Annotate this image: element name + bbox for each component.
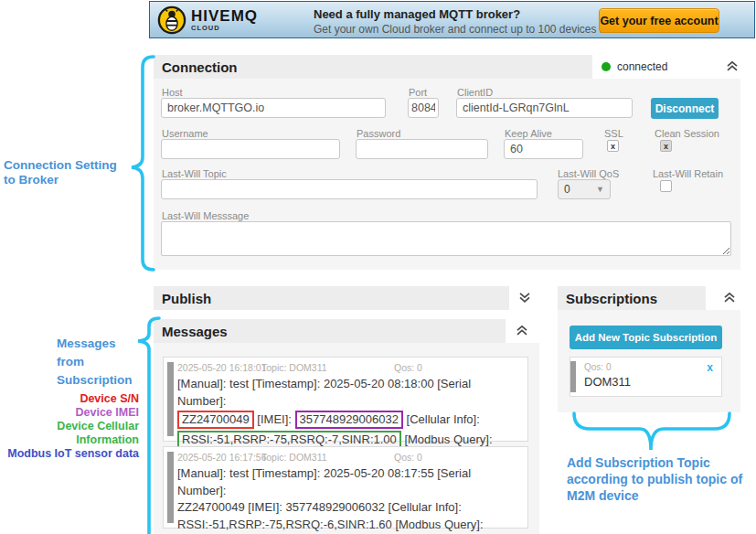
- password-input[interactable]: [356, 139, 488, 159]
- messages-title: Messages: [154, 324, 228, 339]
- lastwill-message-label: Last-Will Messsage: [162, 210, 249, 221]
- annotation-line: Add Subscription Topic: [567, 454, 756, 471]
- message-payload-line: ZZ24700049 [IMEI]: 357748929006032 [Cell…: [177, 410, 522, 430]
- payload-text: [Modbus Query]:: [401, 433, 493, 446]
- ssl-checkbox[interactable]: x: [607, 140, 619, 152]
- message-item: 2025-05-20 16:18:01 Topic: DOM311 Qos: 0…: [163, 357, 528, 442]
- dropdown-caret-icon: ▼: [596, 185, 604, 194]
- username-input[interactable]: [161, 139, 340, 159]
- keepalive-input[interactable]: [504, 139, 583, 159]
- connected-status-label: connected: [617, 60, 667, 73]
- host-input[interactable]: [161, 98, 386, 118]
- modbus-data-label: Modbus IoT sensor data: [2, 447, 139, 461]
- add-subscription-topic-annotation: Add Subscription Topic according to publ…: [567, 454, 756, 504]
- lastwill-message-textarea[interactable]: [161, 221, 731, 256]
- hivemq-ad-banner: HIVEMQ CLOUD Need a fully managed MQTT b…: [149, 1, 755, 38]
- port-label: Port: [409, 87, 427, 98]
- username-label: Username: [162, 128, 208, 139]
- message-qos: Qos: 0: [394, 452, 422, 463]
- messages-header-bar: Messages: [154, 319, 506, 343]
- connection-header-bar: Connection: [154, 55, 592, 79]
- connection-collapse-icon[interactable]: [725, 59, 740, 73]
- subscriptions-header: Subscriptions: [558, 286, 740, 310]
- banner-copy: Need a fully managed MQTT broker? Get yo…: [314, 7, 637, 36]
- publish-header-bar: Publish: [154, 286, 509, 310]
- host-label: Host: [162, 87, 183, 98]
- imei-highlight: 357748929006032: [295, 411, 403, 429]
- payload-text: RSSI:-51,RSRP:-75,RSRQ:-6,SINR:1.60: [177, 518, 392, 531]
- message-timestamp: 2025-05-20 16:18:01: [177, 362, 267, 373]
- banner-subheadline: Get your own Cloud broker and connect up…: [314, 23, 637, 36]
- hivemq-logo-subtitle: CLOUD: [191, 25, 258, 32]
- clean-session-label: Clean Session: [655, 128, 719, 139]
- subscriptions-collapse-icon[interactable]: [722, 290, 737, 304]
- connection-title: Connection: [154, 59, 238, 75]
- lastwill-qos-select[interactable]: 0 ▼: [558, 179, 611, 199]
- payload-text: [Modbus Query]:: [392, 518, 484, 531]
- hivemq-bee-logo-icon: [157, 5, 186, 35]
- connection-status: connected: [592, 55, 740, 79]
- payload-text: [Cellular Info]:: [385, 500, 462, 514]
- messages-collapse-icon[interactable]: [515, 323, 529, 337]
- messages-list: 2025-05-20 16:18:01 Topic: DOM311 Qos: 0…: [154, 343, 539, 534]
- message-payload-line: RSSI:-51,RSRP:-75,RSRQ:-6,SINR:1.60 [Mod…: [177, 517, 522, 534]
- subscription-topic: DOM311: [584, 375, 631, 389]
- lastwill-topic-input[interactable]: [161, 179, 538, 199]
- payload-text: 357748929006032: [286, 500, 385, 514]
- lastwill-retain-checkbox[interactable]: [660, 180, 672, 192]
- ssl-label: SSL: [604, 128, 623, 139]
- connected-status-dot: [602, 62, 611, 71]
- subscription-item: Qos: 0 x DOM311: [570, 357, 722, 397]
- hivemq-logotype: HIVEMQ CLOUD: [191, 8, 258, 32]
- payload-text: ZZ24700049: [177, 500, 245, 514]
- subscriptions-header-bar: Subscriptions: [558, 286, 706, 310]
- message-payload-line: ZZ24700049 [IMEI]: 357748929006032 [Cell…: [177, 499, 522, 517]
- payload-legend-annotation: Device S/N Device IMEI Device Cellular I…: [2, 392, 139, 461]
- message-meta: 2025-05-20 16:18:01 Topic: DOM311 Qos: 0: [164, 362, 527, 376]
- lastwill-qos-label: Last-Will QoS: [558, 168, 619, 179]
- subscription-accent-bar: [570, 361, 576, 392]
- message-meta: 2025-05-20 16:17:56 Topic: DOM311 Qos: 0: [164, 452, 527, 465]
- message-payload-line: [Manual]: test [Timestamp]: 2025-05-20 0…: [177, 465, 522, 499]
- device-cellular-label: Device Cellular Information: [2, 420, 139, 447]
- message-item: 2025-05-20 16:17:56 Topic: DOM311 Qos: 0…: [163, 446, 528, 529]
- annotation-line: Connection Setting: [4, 158, 117, 173]
- message-qos: Qos: 0: [394, 362, 422, 373]
- publish-expand-icon[interactable]: [517, 290, 532, 304]
- annotation-line: from: [57, 353, 133, 371]
- payload-text: [Manual]: test [Timestamp]: 2025-05-20 0…: [177, 377, 474, 408]
- clientid-label: ClientID: [457, 87, 493, 98]
- payload-text: [Manual]: test [Timestamp]: 2025-05-20 0…: [177, 466, 474, 497]
- port-input[interactable]: [408, 98, 439, 118]
- clientid-input[interactable]: [456, 98, 633, 118]
- password-label: Password: [357, 128, 400, 139]
- payload-text: [IMEI]:: [245, 500, 286, 514]
- subscription-underbrace: [574, 413, 729, 450]
- hivemq-logo-title: HIVEMQ: [191, 8, 258, 24]
- get-free-account-button[interactable]: Get your free account: [599, 8, 719, 33]
- subscriptions-title: Subscriptions: [558, 291, 657, 306]
- subscription-qos: Qos: 0: [584, 362, 611, 372]
- message-timestamp: 2025-05-20 16:17:56: [177, 452, 267, 463]
- device-sn-label: Device S/N: [2, 392, 139, 406]
- annotated-mqtt-client-screenshot: HIVEMQ CLOUD Need a fully managed MQTT b…: [0, 0, 756, 534]
- serial-number-highlight: ZZ24700049: [177, 411, 254, 429]
- publish-header: Publish: [154, 286, 539, 310]
- lastwill-topic-label: Last-Will Topic: [162, 168, 227, 179]
- subscription-close-icon[interactable]: x: [707, 361, 713, 374]
- message-topic: Topic: DOM311: [261, 362, 327, 373]
- connection-setting-annotation: Connection Setting to Broker: [4, 158, 117, 187]
- annotation-line: according to publish topic of: [567, 471, 756, 487]
- annotation-line: Subscription: [57, 371, 133, 390]
- add-topic-subscription-button[interactable]: Add New Topic Subscription: [570, 326, 722, 349]
- annotation-line: Messages: [57, 335, 133, 353]
- lastwill-qos-value: 0: [564, 183, 570, 196]
- lastwill-retain-label: Last-Will Retain: [653, 168, 723, 179]
- payload-text: [IMEI]:: [254, 412, 295, 426]
- keepalive-label: Keep Alive: [505, 128, 552, 139]
- message-topic: Topic: DOM311: [261, 452, 327, 463]
- payload-text: [Cellular Info]:: [403, 412, 480, 426]
- banner-headline: Need a fully managed MQTT broker?: [314, 7, 637, 21]
- disconnect-button[interactable]: Disconnect: [651, 98, 719, 119]
- clean-session-checkbox[interactable]: x: [660, 140, 672, 152]
